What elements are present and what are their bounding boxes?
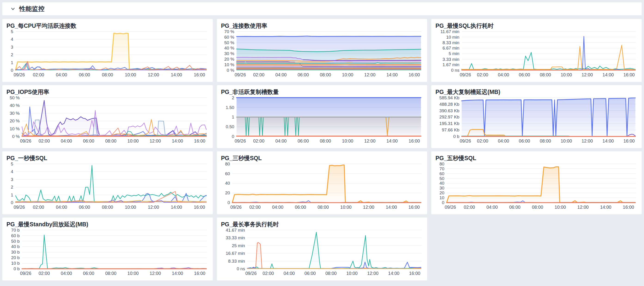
svg-text:50 %: 50 % <box>224 40 234 45</box>
svg-text:04:00: 04:00 <box>56 205 67 210</box>
svg-text:14:00: 14:00 <box>386 72 398 77</box>
svg-text:08:00: 08:00 <box>325 271 336 276</box>
svg-text:04:00: 04:00 <box>275 72 287 77</box>
chart-title: PG_五秒慢SQL <box>436 155 638 162</box>
svg-text:06:00: 06:00 <box>519 72 530 77</box>
svg-text:20 %: 20 % <box>10 118 20 123</box>
svg-text:06:00: 06:00 <box>83 271 94 276</box>
svg-text:0: 0 <box>232 134 234 139</box>
svg-text:04:00: 04:00 <box>61 271 72 276</box>
svg-text:04:00: 04:00 <box>486 205 498 210</box>
svg-text:3: 3 <box>11 177 14 182</box>
chart-canvas[interactable]: 0 %10 %20 %30 %40 %50 %09/2602:0004:0006… <box>6 96 210 145</box>
svg-text:16:00: 16:00 <box>194 271 205 276</box>
svg-text:04:00: 04:00 <box>498 72 509 77</box>
svg-text:2: 2 <box>232 96 234 100</box>
svg-text:80: 80 <box>225 163 230 166</box>
chart-canvas[interactable]: 0 %10 %20 %30 %40 %50 %60 %70 %09/2602:0… <box>221 30 424 78</box>
svg-text:02:00: 02:00 <box>262 271 274 276</box>
svg-text:0 b: 0 b <box>14 266 20 271</box>
svg-text:30 b: 30 b <box>11 250 20 254</box>
svg-text:4: 4 <box>11 37 14 42</box>
svg-text:40: 40 <box>440 181 444 186</box>
svg-text:04:00: 04:00 <box>275 138 287 144</box>
svg-text:12:00: 12:00 <box>364 72 375 77</box>
chart-canvas[interactable]: 00.5011.50209/2602:0004:0006:0008:0010:0… <box>221 96 424 145</box>
chart-panel-max-replication-slot-delay: PG_最大复制槽延迟(MB) 0 b97.66 Kb195.31 Kb292.9… <box>431 85 642 148</box>
chart-title: PG_三秒慢SQL <box>221 155 424 162</box>
svg-text:04:00: 04:00 <box>56 72 67 77</box>
svg-text:12:00: 12:00 <box>364 138 375 144</box>
svg-text:02:00: 02:00 <box>249 205 260 210</box>
svg-text:6.67 min: 6.67 min <box>442 46 460 51</box>
svg-text:16:00: 16:00 <box>624 138 635 144</box>
svg-text:0: 0 <box>228 200 230 205</box>
svg-text:06:00: 06:00 <box>79 205 90 210</box>
svg-text:02:00: 02:00 <box>477 72 488 77</box>
svg-text:02:00: 02:00 <box>38 271 50 276</box>
svg-text:10:00: 10:00 <box>128 138 139 144</box>
svg-text:1.67 min: 1.67 min <box>442 62 460 67</box>
chart-canvas[interactable]: 0102030405060708009/2602:0004:0006:0008:… <box>436 163 638 211</box>
chevron-down-icon[interactable] <box>10 6 16 12</box>
svg-text:02:00: 02:00 <box>33 72 44 77</box>
chart-canvas[interactable]: 0 ns8.33 min16.67 min25 min33.33 min41.6… <box>221 229 424 277</box>
svg-text:20 b: 20 b <box>11 255 20 260</box>
svg-text:04:00: 04:00 <box>272 205 284 210</box>
svg-text:09/26: 09/26 <box>445 205 456 210</box>
svg-text:12:00: 12:00 <box>148 205 159 210</box>
svg-text:08:00: 08:00 <box>320 72 331 77</box>
svg-text:12:00: 12:00 <box>150 271 161 276</box>
svg-text:10 b: 10 b <box>11 261 20 266</box>
svg-text:30 %: 30 % <box>10 111 20 116</box>
svg-text:14:00: 14:00 <box>603 138 614 144</box>
svg-text:2: 2 <box>11 52 14 57</box>
chart-title: PG_最慢Standby回放延迟(MB) <box>6 221 210 228</box>
svg-text:12:00: 12:00 <box>148 72 159 77</box>
chart-canvas[interactable]: 01234509/2602:0004:0006:0008:0010:0012:0… <box>6 30 210 78</box>
svg-text:16:00: 16:00 <box>409 271 420 276</box>
chart-canvas[interactable]: 01234509/2602:0004:0006:0008:0010:0012:0… <box>6 163 210 211</box>
svg-text:10:00: 10:00 <box>125 72 136 77</box>
svg-text:40 %: 40 % <box>10 103 20 108</box>
svg-text:0 b: 0 b <box>454 134 460 139</box>
chart-panel-longest-transaction-time: PG_最长事务执行耗时 0 ns8.33 min16.67 min25 min3… <box>217 218 427 280</box>
chart-panel-slowest-standby-replay-delay: PG_最慢Standby回放延迟(MB) 0 b10 b20 b30 b40 b… <box>2 218 213 280</box>
svg-text:09/26: 09/26 <box>14 72 25 77</box>
svg-text:50 %: 50 % <box>10 96 20 100</box>
svg-text:12:00: 12:00 <box>582 72 593 77</box>
svg-text:16:00: 16:00 <box>623 205 634 210</box>
svg-text:12:00: 12:00 <box>578 205 589 210</box>
svg-text:16:00: 16:00 <box>624 72 635 77</box>
svg-text:06:00: 06:00 <box>298 138 309 144</box>
chart-canvas[interactable]: 02040608009/2602:0004:0006:0008:0010:001… <box>221 163 424 211</box>
svg-text:16:00: 16:00 <box>408 205 420 210</box>
svg-text:0: 0 <box>11 68 14 73</box>
chart-canvas[interactable]: 0 b97.66 Kb195.31 Kb292.97 Kb390.63 Kb48… <box>436 96 638 145</box>
svg-text:04:00: 04:00 <box>284 271 295 276</box>
svg-text:195.31 Kb: 195.31 Kb <box>439 121 460 126</box>
svg-text:08:00: 08:00 <box>540 72 551 77</box>
svg-text:1: 1 <box>232 115 234 120</box>
chart-canvas[interactable]: 0 ns1.67 min3.33 min5 min6.67 min8.33 mi… <box>436 30 638 78</box>
svg-text:06:00: 06:00 <box>509 205 521 210</box>
svg-text:25 min: 25 min <box>232 243 245 248</box>
svg-text:10 %: 10 % <box>10 126 20 131</box>
svg-text:02:00: 02:00 <box>477 138 488 144</box>
svg-text:16:00: 16:00 <box>194 72 205 77</box>
svg-text:40 %: 40 % <box>224 46 234 51</box>
svg-text:08:00: 08:00 <box>105 271 116 276</box>
section-header[interactable]: 性能监控 <box>2 2 642 15</box>
svg-text:06:00: 06:00 <box>519 138 530 144</box>
svg-text:09/26: 09/26 <box>20 271 32 276</box>
chart-panel-connection-usage: PG_连接数使用率 0 %10 %20 %30 %40 %50 %60 %70 … <box>217 19 427 82</box>
svg-text:12:00: 12:00 <box>150 138 161 144</box>
chart-canvas[interactable]: 0 b10 b20 b30 b40 b50 b60 b70 b09/2602:0… <box>6 229 210 277</box>
svg-text:3: 3 <box>11 45 14 50</box>
chart-title: PG_IOPS使用率 <box>6 88 210 95</box>
svg-text:10:00: 10:00 <box>561 138 572 144</box>
svg-text:16.67 min: 16.67 min <box>226 251 245 256</box>
chart-panel-slowest-sql-time: PG_最慢SQL执行耗时 0 ns1.67 min3.33 min5 min6.… <box>431 19 642 82</box>
chart-panel-iops-usage: PG_IOPS使用率 0 %10 %20 %30 %40 %50 %09/260… <box>2 85 213 148</box>
svg-text:08:00: 08:00 <box>102 205 113 210</box>
